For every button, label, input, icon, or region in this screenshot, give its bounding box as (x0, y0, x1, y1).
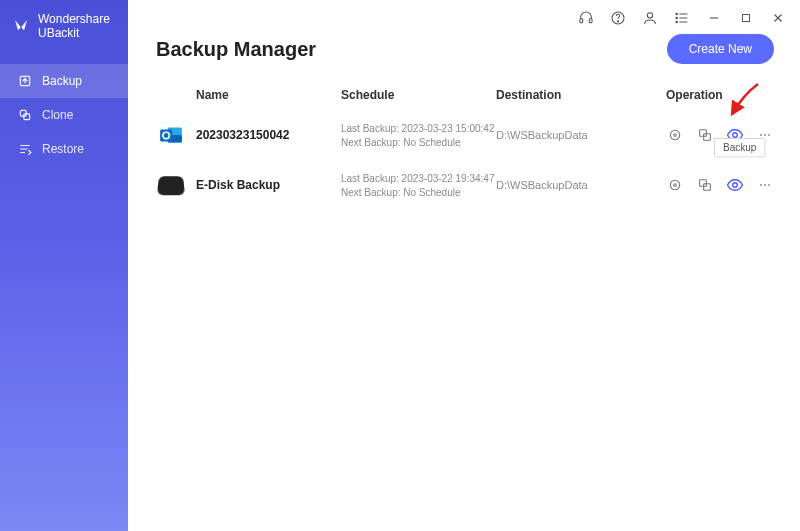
svg-rect-11 (743, 15, 750, 22)
svg-point-7 (647, 13, 652, 18)
sidebar-nav: Backup Clone Restore (0, 64, 128, 166)
svg-rect-27 (704, 184, 711, 191)
svg-point-6 (617, 21, 618, 22)
svg-point-29 (760, 184, 762, 186)
page-header: Backup Manager Create New (128, 30, 800, 80)
clone-icon (18, 108, 32, 122)
main-area: Backup Manager Create New Name Schedule … (128, 0, 800, 531)
table-header: Name Schedule Destination Operation (156, 80, 774, 110)
row-name: 20230323150042 (196, 128, 341, 142)
row-schedule: Last Backup: 2023-03-22 19:34:47 Next Ba… (341, 173, 496, 198)
settings-gear-icon[interactable] (666, 176, 684, 194)
table-row: 20230323150042 Last Backup: 2023-03-23 1… (156, 110, 774, 160)
next-backup-text: Next Backup: No Schedule (341, 187, 496, 198)
last-backup-text: Last Backup: 2023-03-22 19:34:47 (341, 173, 496, 184)
svg-point-31 (768, 184, 770, 186)
backup-now-icon[interactable] (696, 176, 714, 194)
titlebar (128, 0, 800, 30)
svg-point-21 (760, 134, 762, 136)
sidebar-item-label: Backup (42, 74, 82, 88)
svg-rect-26 (700, 180, 707, 187)
svg-rect-14 (160, 130, 172, 142)
sidebar-item-clone[interactable]: Clone (0, 98, 128, 132)
close-icon[interactable] (770, 10, 786, 26)
restore-icon (18, 142, 32, 156)
svg-rect-18 (700, 130, 707, 137)
row-operations (666, 176, 774, 194)
svg-point-20 (733, 133, 738, 138)
col-schedule: Schedule (341, 88, 496, 102)
settings-gear-icon[interactable] (666, 126, 684, 144)
table-row: E-Disk Backup Last Backup: 2023-03-22 19… (156, 160, 774, 210)
row-schedule: Last Backup: 2023-03-23 15:00:42 Next Ba… (341, 123, 496, 148)
view-eye-icon[interactable] (726, 176, 744, 194)
col-destination: Destination (496, 88, 666, 102)
minimize-icon[interactable] (706, 10, 722, 26)
svg-point-23 (768, 134, 770, 136)
svg-point-16 (670, 130, 679, 139)
col-operation: Operation (666, 88, 774, 102)
svg-point-22 (764, 134, 766, 136)
backup-tooltip: Backup (714, 138, 764, 156)
svg-point-8 (676, 13, 677, 14)
app-logo-icon (12, 17, 30, 35)
svg-rect-19 (704, 134, 711, 141)
svg-point-10 (676, 21, 677, 22)
row-name: E-Disk Backup (196, 178, 341, 192)
sidebar-item-label: Restore (42, 142, 84, 156)
help-icon[interactable] (610, 10, 626, 26)
svg-point-25 (674, 184, 677, 187)
menu-icon[interactable] (674, 10, 690, 26)
headset-icon[interactable] (578, 10, 594, 26)
row-destination: D:\WSBackupData (496, 179, 666, 191)
backup-now-icon[interactable] (696, 126, 714, 144)
sidebar-item-backup[interactable]: Backup (0, 64, 128, 98)
col-name: Name (196, 88, 341, 102)
outlook-app-icon (156, 120, 186, 150)
svg-rect-3 (580, 19, 583, 23)
user-icon[interactable] (642, 10, 658, 26)
svg-rect-4 (589, 19, 592, 23)
sidebar: Wondershare UBackit Backup Clone Restore (0, 0, 128, 531)
svg-point-24 (670, 180, 679, 189)
backup-icon (18, 74, 32, 88)
svg-point-30 (764, 184, 766, 186)
app-title: Wondershare UBackit (38, 12, 116, 40)
create-new-button[interactable]: Create New (667, 34, 774, 64)
svg-point-17 (674, 134, 677, 137)
sidebar-item-label: Clone (42, 108, 73, 122)
next-backup-text: Next Backup: No Schedule (341, 137, 496, 148)
svg-point-28 (733, 183, 738, 188)
more-dots-icon[interactable] (756, 176, 774, 194)
brand: Wondershare UBackit (0, 0, 128, 64)
last-backup-text: Last Backup: 2023-03-23 15:00:42 (341, 123, 496, 134)
disk-drive-icon (156, 170, 186, 200)
page-title: Backup Manager (156, 38, 316, 61)
sidebar-item-restore[interactable]: Restore (0, 132, 128, 166)
row-destination: D:\WSBackupData (496, 129, 666, 141)
svg-point-9 (676, 17, 677, 18)
maximize-icon[interactable] (738, 10, 754, 26)
backup-table: Name Schedule Destination Operation 2023… (128, 80, 800, 210)
